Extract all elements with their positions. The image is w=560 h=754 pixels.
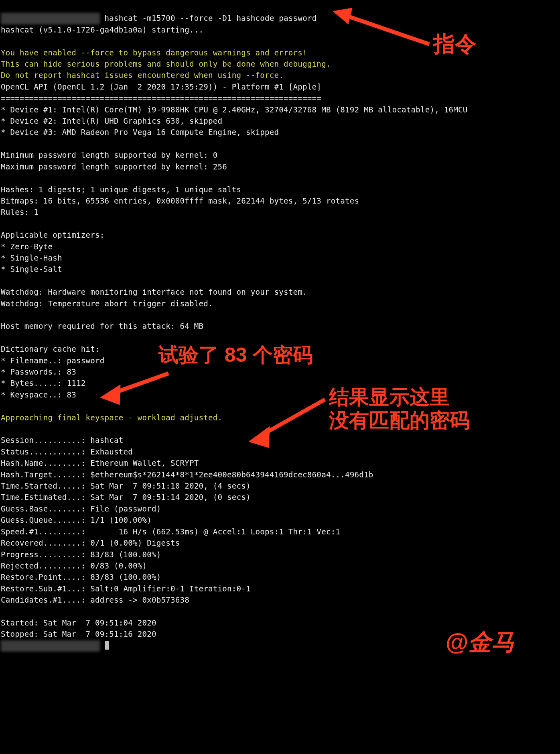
hostmem-line: Host memory required for this attack: 64… [1, 322, 203, 331]
warn-line: You have enabled --force to bypass dange… [1, 48, 307, 57]
approaching-line: Approaching final keyspace - workload ad… [1, 413, 222, 422]
appopt-line: Applicable optimizers: [1, 230, 105, 240]
watchdog-line: Watchdog: Temperature abort trigger disa… [1, 299, 213, 308]
maxlen-line: Maximum password length supported by ker… [1, 162, 227, 171]
separator-line: ========================================… [1, 94, 321, 103]
stopped-line: Stopped: Sat Mar 7 09:51:16 2020 [1, 630, 156, 639]
rejected-line: Rejected.........: 0/83 (0.00%) [1, 561, 147, 571]
restorepoint-line: Restore.Point....: 83/83 (100.00%) [1, 573, 161, 582]
guessbase-line: Guess.Base.......: File (password) [1, 504, 161, 514]
device-line: * Device #2: Intel(R) UHD Graphics 630, … [1, 116, 222, 126]
recovered-line: Recovered........: 0/1 (0.00%) Digests [1, 538, 180, 548]
candidates-line: Candidates.#1....: address -> 0x0b573638 [1, 595, 189, 605]
terminal-output: ■ ■ ■■ ■ ■■■■ hashcat -m15700 --force -D… [0, 0, 560, 652]
speed-line: Speed.#1.........: 16 H/s (662.53ms) @ A… [1, 527, 340, 536]
watchdog-line: Watchdog: Hardware monitoring interface … [1, 287, 307, 297]
command-line: hashcat -m15700 --force -D1 hashcode pas… [100, 14, 317, 23]
opt-line: * Single-Hash [1, 253, 62, 263]
warn-line: This can hide serious problems and shoul… [1, 59, 331, 69]
device-line: * Device #3: AMD Radeon Pro Vega 16 Comp… [1, 128, 279, 137]
timeestimated-line: Time.Estimated...: Sat Mar 7 09:51:14 20… [1, 493, 251, 502]
redacted-prompt: ■ ■ ■■ ■ ■■■■ [1, 640, 100, 652]
restoresub-line: Restore.Sub.#1...: Salt:0 Amplifier:0-1 … [1, 584, 251, 593]
dict-line: Dictionary cache hit: [1, 344, 100, 354]
rules-line: Rules: 1 [1, 208, 39, 217]
status-line: Status...........: Exhausted [1, 447, 133, 456]
dict-passwords-line: * Passwords.: 83 [1, 367, 76, 377]
guessqueue-line: Guess.Queue......: 1/1 (100.00%) [1, 516, 152, 525]
hashtarget-line: Hash.Target......: $ethereum$s*262144*8*… [1, 470, 373, 479]
device-line: * Device #1: Intel(R) Core(TM) i9-9980HK… [1, 105, 467, 114]
hashname-line: Hash.Name........: Ethereum Wallet, SCRY… [1, 459, 199, 468]
minlen-line: Minimum password length supported by ker… [1, 151, 218, 160]
opt-line: * Zero-Byte [1, 242, 53, 251]
dict-keyspace-line: * Keyspace..: 83 [1, 390, 76, 399]
dict-bytes-line: * Bytes.....: 1112 [1, 379, 86, 388]
starting-line: hashcat (v5.1.0-1726-ga4db1a0a) starting… [1, 25, 203, 35]
timestarted-line: Time.Started.....: Sat Mar 7 09:51:10 20… [1, 481, 251, 491]
warn-line: Do not report hashcat issues encountered… [1, 71, 284, 80]
bitmaps-line: Bitmaps: 16 bits, 65536 entries, 0x0000f… [1, 196, 359, 206]
progress-line: Progress.........: 83/83 (100.00%) [1, 550, 161, 559]
session-line: Session..........: hashcat [1, 436, 124, 445]
hashes-line: Hashes: 1 digests; 1 unique digests, 1 u… [1, 185, 241, 194]
redacted-prompt: ■ ■ ■■ ■ ■■■■ [1, 13, 100, 24]
started-line: Started: Sat Mar 7 09:51:04 2020 [1, 618, 156, 628]
opt-line: * Single-Salt [1, 265, 62, 274]
dict-file-line: * Filename..: password [1, 356, 105, 365]
cursor-block [105, 641, 109, 650]
opencl-line: OpenCL API (OpenCL 1.2 (Jan 2 2020 17:35… [1, 82, 321, 92]
